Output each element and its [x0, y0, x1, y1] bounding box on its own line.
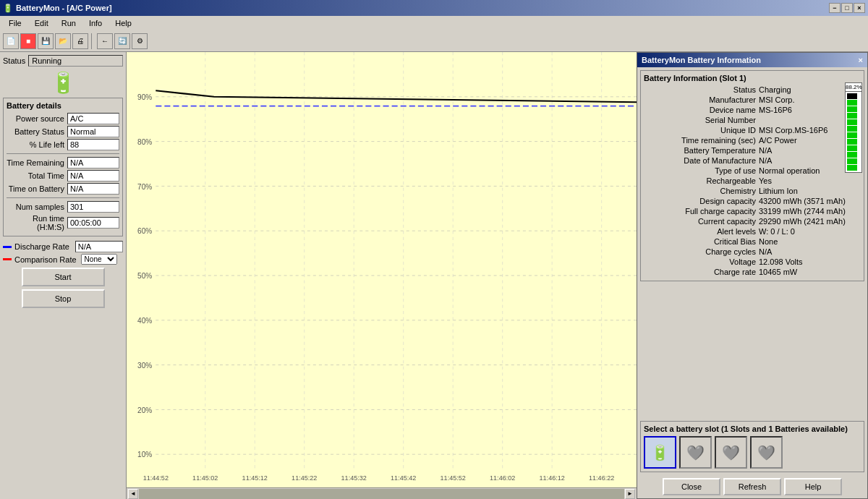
info-value-17: 12.098 Volts [759, 257, 861, 266]
info-label-18: Charge rate [644, 268, 756, 276]
comparison-legend-row: Comparison Rate None [3, 254, 123, 265]
refresh-button[interactable]: Refresh [723, 478, 781, 495]
info-row-4: Unique IDMSI Corp.MS-16P6 [644, 126, 861, 135]
slot-3-icon[interactable]: 🩶 [715, 436, 747, 469]
start-button[interactable]: Start [22, 268, 105, 286]
battery-status-row: Battery Status Normal [7, 126, 119, 137]
battery-cell-0 [847, 165, 857, 171]
toolbar: 📄 ■ 💾 📂 🖨 ← 🔄 ⚙ [0, 30, 868, 52]
info-label-2: Device name [644, 106, 756, 114]
battery-cells-container [845, 91, 862, 173]
menu-help[interactable]: Help [109, 17, 137, 29]
separator-1 [7, 153, 119, 154]
info-label-11: Design capacity [644, 197, 756, 205]
discharge-label: Discharge Rate [14, 242, 69, 251]
info-row-5: Time remaining (sec)A/C Power [644, 136, 861, 145]
info-label-17: Voltage [644, 257, 756, 266]
svg-text:80%: 80% [137, 138, 152, 146]
run-time-value: 00:05:00 [67, 217, 119, 229]
battery-cell-7 [847, 119, 857, 125]
battery-chart: 90% 80% 70% 60% 50% 40% 30% 20% 10% 11:4… [127, 52, 637, 499]
toolbar-new[interactable]: 📄 [3, 33, 19, 49]
info-row-2: Device nameMS-16P6 [644, 106, 861, 114]
svg-text:11:46:12: 11:46:12 [540, 474, 565, 482]
slot-4-icon[interactable]: 🩶 [750, 436, 783, 469]
svg-text:11:46:22: 11:46:22 [589, 474, 614, 482]
time-on-battery-label: Time on Battery [7, 184, 64, 193]
scroll-left-arrow[interactable]: ◄ [128, 489, 138, 499]
comparison-select[interactable]: None [81, 254, 117, 265]
time-remaining-row: Time Remaining N/A [7, 157, 119, 169]
info-row-3: Serial Number [644, 116, 861, 124]
titlebar: 🔋 BatteryMon - [A/C Power] − □ × [0, 0, 868, 16]
comparison-color-swatch [3, 258, 12, 260]
minimize-button[interactable]: − [829, 3, 841, 13]
menu-run[interactable]: Run [56, 17, 82, 29]
battery-info-title: Battery Information (Slot 1) [644, 74, 861, 82]
close-button[interactable]: Close [663, 478, 720, 495]
info-label-1: Manufacturer [644, 95, 756, 104]
slot-1-icon[interactable]: 🔋 [644, 436, 676, 469]
menubar: File Edit Run Info Help [0, 16, 868, 30]
toolbar-back[interactable]: ← [97, 33, 113, 49]
life-left-row: % Life left 88 [7, 139, 119, 150]
svg-text:10%: 10% [137, 451, 152, 459]
info-panel: BatteryMon Battery Information × Battery… [637, 52, 868, 499]
info-row-11: Design capacity43200 mWh (3571 mAh) [644, 197, 861, 205]
app-icon: 🔋 [3, 4, 13, 13]
svg-text:11:45:42: 11:45:42 [391, 474, 416, 482]
battery-cell-10 [847, 100, 857, 106]
toolbar-print[interactable]: 🖨 [72, 33, 88, 49]
total-time-label: Total Time [7, 171, 64, 180]
svg-text:20%: 20% [137, 406, 152, 414]
scroll-right-arrow[interactable]: ► [625, 489, 635, 499]
svg-text:11:45:22: 11:45:22 [292, 474, 317, 482]
status-label: Status [3, 56, 25, 65]
close-button[interactable]: × [854, 3, 865, 13]
info-rows: StatusChargingManufacturerMSI Corp.Devic… [644, 85, 861, 276]
life-left-value: 88 [67, 139, 119, 150]
discharge-value: N/A [75, 241, 123, 252]
discharge-color-swatch [3, 246, 12, 248]
slot-title: Select a battery slot (1 Slots and 1 Bat… [644, 425, 861, 433]
power-source-row: Power source A/C [7, 113, 119, 124]
toolbar-save[interactable]: 💾 [38, 33, 54, 49]
toolbar-stop[interactable]: ■ [20, 33, 36, 49]
toolbar-settings[interactable]: ⚙ [132, 33, 148, 49]
info-title: BatteryMon Battery Information [642, 56, 761, 64]
battery-cell-3 [847, 145, 857, 151]
time-remaining-value: N/A [67, 157, 119, 169]
power-source-label: Power source [7, 114, 64, 123]
toolbar-refresh[interactable]: 🔄 [114, 33, 130, 49]
info-label-16: Charge cycles [644, 247, 756, 256]
menu-file[interactable]: File [3, 17, 27, 29]
battery-cell-11 [847, 93, 857, 99]
stop-button[interactable]: Stop [22, 289, 105, 308]
info-row-8: Type of useNormal operation [644, 166, 861, 175]
time-remaining-label: Time Remaining [7, 158, 64, 167]
battery-icon-area: 🔋 [3, 71, 123, 95]
battery-cell-1 [847, 158, 857, 164]
help-button[interactable]: Help [784, 478, 842, 495]
scroll-track[interactable] [139, 489, 624, 499]
chart-scrollbar: ◄ ► [127, 487, 637, 499]
battery-details-title: Battery details [7, 101, 119, 110]
toolbar-open[interactable]: 📂 [55, 33, 71, 49]
menu-info[interactable]: Info [83, 17, 108, 29]
menu-edit[interactable]: Edit [29, 17, 54, 29]
battery-cell-8 [847, 113, 857, 119]
info-row-10: ChemistryLithium Ion [644, 187, 861, 195]
chart-area: 90% 80% 70% 60% 50% 40% 30% 20% 10% 11:4… [127, 52, 637, 499]
comparison-label: Comparison Rate [14, 255, 77, 264]
info-label-15: Critical Bias [644, 237, 756, 246]
info-value-9: Yes [759, 176, 861, 185]
info-value-13: 29290 mWh (2421 mAh) [759, 217, 861, 226]
maximize-button[interactable]: □ [841, 3, 853, 13]
slot-2-icon[interactable]: 🩶 [679, 436, 712, 469]
status-value: Running [28, 55, 123, 67]
svg-text:11:46:02: 11:46:02 [490, 474, 515, 482]
info-buttons: Close Refresh Help [637, 475, 867, 498]
left-panel: Status Running 🔋 Battery details Power s… [0, 52, 127, 499]
discharge-legend-row: Discharge Rate N/A [3, 241, 123, 252]
info-close-icon[interactable]: × [859, 56, 863, 64]
